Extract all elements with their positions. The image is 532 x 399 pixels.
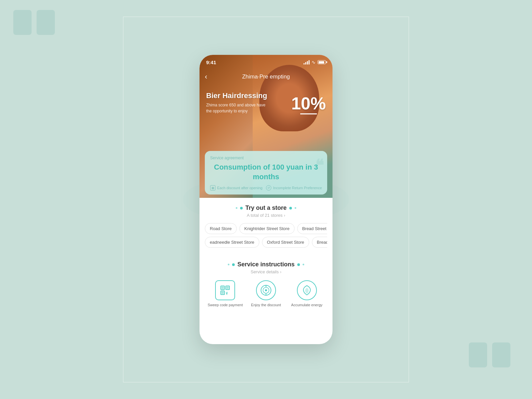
store-row-1: Road Store Knightrider Street Store Brea… (205, 223, 327, 234)
store-tag-bread2[interactable]: Bread St (312, 237, 327, 248)
signal-bar-2 (305, 62, 306, 65)
service-chevron-right-icon: › (280, 270, 281, 274)
store-row-2: eadneedle Street Store Oxford Street Sto… (205, 237, 327, 248)
service-card: ❝ Service agreement Consumption of 100 y… (205, 151, 327, 195)
service-label: Service agreement (210, 156, 322, 160)
signal-bar-1 (304, 63, 305, 65)
hero-content: Bier Hairdressing Zhima score 650 and ab… (206, 91, 267, 114)
service-instructions-section: Service instructions Service details › (200, 253, 332, 313)
service-footer: ▦ Each discount after opening ↺ Incomple… (210, 185, 322, 191)
service-footer-item-2: ↺ Incomplete Return Preference (266, 185, 322, 191)
store-tag-oxford[interactable]: Oxford Street Store (262, 237, 309, 248)
service-instructions-header: Service instructions Service details › (200, 258, 332, 277)
status-bar: 9:41 ∿ (200, 55, 332, 69)
calendar-icon: ▦ (210, 185, 215, 191)
svg-point-21 (265, 289, 267, 291)
chevron-right-icon: › (284, 213, 285, 218)
try-out-store-subtitle[interactable]: A total of 21 stores › (247, 213, 285, 218)
status-time: 9:41 (206, 60, 216, 65)
si-dot-right-sm (303, 264, 304, 265)
service-main-text: Consumption of 100 yuan in 3 months (210, 162, 322, 182)
hero-subtitle: Zhima score 650 and above have the oppor… (206, 102, 266, 114)
si-dot-left-sm (228, 264, 229, 265)
section-title-row-1: Try out a store (236, 204, 296, 211)
bottom-section: Try out a store A total of 21 stores › R… (200, 198, 332, 313)
battery-icon (318, 60, 326, 64)
sweep-code-icon: ¥ (215, 280, 235, 300)
back-button[interactable]: ‹ (205, 72, 207, 81)
try-out-store-title: Try out a store (245, 204, 287, 211)
accumulate-energy-label: Accumulate energy (291, 303, 323, 307)
svg-text:¥: ¥ (226, 291, 228, 295)
store-tag-threadneedle[interactable]: eadneedle Street Store (205, 237, 259, 248)
accumulate-energy-item: Accumulate energy (286, 280, 327, 307)
hero-brand: Bier Hairdressing (206, 91, 267, 100)
svg-rect-1 (37, 10, 55, 35)
discount-underline (300, 113, 317, 114)
dot-left (240, 207, 243, 209)
svg-rect-3 (492, 342, 510, 367)
store-tag-bread[interactable]: Bread Street Store (297, 223, 327, 234)
accumulate-energy-icon (297, 280, 317, 300)
store-tags-container: Road Store Knightrider Street Store Brea… (200, 220, 332, 253)
store-tag-road[interactable]: Road Store (205, 223, 237, 234)
status-icons: ∿ (304, 60, 326, 65)
bg-quote-right-icon (469, 342, 512, 379)
si-dot-right (297, 263, 300, 266)
dot-right-sm (295, 207, 296, 209)
wifi-icon: ∿ (312, 60, 316, 65)
try-out-store-header: Try out a store A total of 21 stores › (200, 198, 332, 220)
discount-value: 10% (291, 95, 326, 112)
service-footer-item-1: ▦ Each discount after opening (210, 185, 262, 191)
signal-bars-icon (304, 60, 310, 65)
signal-bar-4 (309, 60, 310, 65)
svg-rect-2 (469, 342, 487, 367)
signal-bar-3 (307, 61, 308, 65)
service-details-link[interactable]: Service details › (251, 269, 282, 274)
phone-frame: 9:41 ∿ ‹ Zhima·Pre empting Bier Haird (200, 55, 332, 344)
enjoy-discount-icon (256, 280, 276, 300)
return-icon: ↺ (266, 185, 271, 191)
section-title-row-2: Service instructions (228, 261, 304, 268)
bg-quote-left-icon (13, 10, 57, 47)
service-footer-label-1: Each discount after opening (217, 186, 262, 190)
service-footer-label-2: Incomplete Return Preference (273, 186, 322, 190)
dot-left-sm (236, 207, 237, 209)
sweep-code-label: Sweep code payment (207, 303, 243, 307)
enjoy-discount-label: Enjoy the discount (251, 303, 281, 307)
card-bg-quote-icon: ❝ (315, 158, 324, 174)
sweep-code-item: ¥ Sweep code payment (205, 280, 246, 307)
battery-fill (319, 61, 324, 64)
si-dot-left (232, 263, 235, 266)
enjoy-discount-item: Enjoy the discount (246, 280, 287, 307)
svg-rect-13 (221, 287, 224, 289)
nav-bar: ‹ Zhima·Pre empting (200, 69, 332, 84)
svg-rect-15 (226, 287, 229, 289)
svg-rect-17 (221, 292, 224, 294)
service-instructions-title: Service instructions (237, 261, 295, 268)
discount-badge: 10% (291, 95, 326, 114)
store-tag-knightrider[interactable]: Knightrider Street Store (239, 223, 295, 234)
service-icons-row: ¥ Sweep code payment (200, 277, 332, 310)
svg-rect-0 (13, 10, 32, 35)
nav-title: Zhima·Pre empting (242, 73, 290, 80)
dot-right (289, 207, 292, 209)
hero-section: 9:41 ∿ ‹ Zhima·Pre empting Bier Haird (200, 55, 332, 198)
